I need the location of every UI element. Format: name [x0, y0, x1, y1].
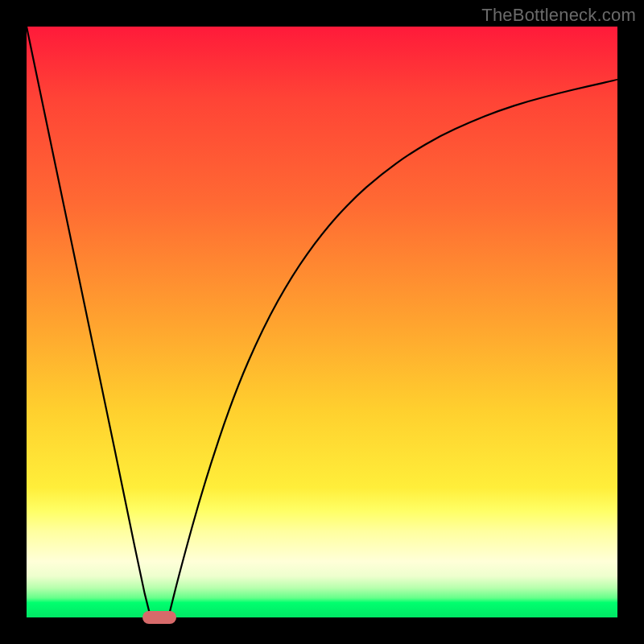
- optimum-marker: [142, 611, 177, 624]
- chart-frame: TheBottleneck.com: [0, 0, 644, 644]
- curve-right-branch: [168, 80, 617, 617]
- curve-left-branch: [27, 27, 151, 617]
- plot-area: [27, 27, 617, 617]
- watermark-text: TheBottleneck.com: [481, 5, 636, 26]
- bottleneck-curve: [27, 27, 617, 617]
